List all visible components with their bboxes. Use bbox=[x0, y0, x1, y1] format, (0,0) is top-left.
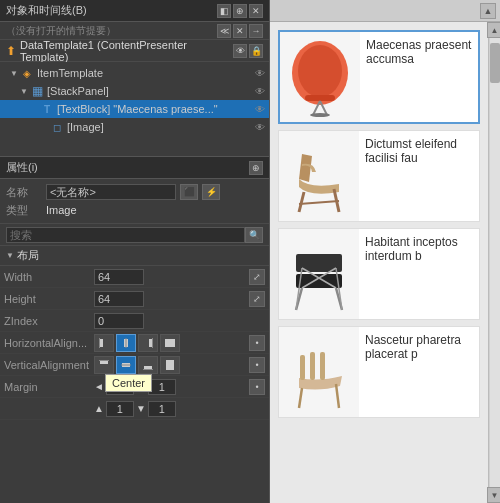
tree-icon-2: T bbox=[40, 102, 54, 116]
tree-item-2[interactable]: T [TextBlock] "Maecenas praese..." 👁 bbox=[0, 100, 269, 118]
name-btn2[interactable]: ⚡ bbox=[202, 184, 220, 200]
margin-top-arrow: ▲ bbox=[94, 403, 104, 414]
chair-svg-2 bbox=[284, 232, 354, 317]
title-bar: 对象和时间线(B) ◧ ⊕ ✕ bbox=[0, 0, 269, 22]
tree-label-0: ItemTemplate bbox=[37, 67, 103, 79]
width-expand-btn[interactable]: ⤢ bbox=[249, 269, 265, 285]
name-input[interactable] bbox=[46, 184, 176, 200]
svg-line-34 bbox=[299, 388, 302, 408]
valign-label: VerticalAlignment bbox=[4, 359, 94, 371]
collapse-btn[interactable]: ◧ bbox=[217, 4, 231, 18]
subtitle-controls: ≪ ✕ → bbox=[217, 24, 263, 38]
tree-eye-2[interactable]: 👁 bbox=[255, 104, 265, 115]
valign-btn-center[interactable] bbox=[116, 356, 136, 374]
properties-header: 属性(i) ⊕ bbox=[0, 157, 269, 179]
svg-rect-23 bbox=[296, 274, 342, 288]
layout-section-header[interactable]: ▼ 布局 bbox=[0, 246, 269, 266]
name-type-area: 名称 ⬛ ⚡ 类型 Image bbox=[0, 179, 269, 224]
svg-point-19 bbox=[310, 113, 330, 117]
height-label: Height bbox=[4, 293, 94, 305]
halign-row: HorizontalAlign... • bbox=[0, 332, 269, 354]
right-scroll-up-btn[interactable]: ▲ bbox=[480, 3, 496, 19]
halign-btn-center[interactable] bbox=[116, 334, 136, 352]
zindex-input[interactable] bbox=[94, 313, 144, 329]
tree-item-1[interactable]: ▼ ▦ [StackPanel] 👁 bbox=[0, 82, 269, 100]
card-text-0: Maecenas praesent accumsa bbox=[366, 38, 471, 66]
scrollbar-track[interactable] bbox=[490, 38, 500, 487]
name-label: 名称 bbox=[6, 185, 42, 200]
name-row: 名称 ⬛ ⚡ bbox=[6, 183, 263, 201]
margin-row: Margin ◄ ► • bbox=[0, 376, 269, 398]
card-text-area-0: Maecenas praesent accumsa bbox=[360, 32, 478, 72]
card-item-0[interactable]: Maecenas praesent accumsa bbox=[278, 30, 480, 124]
card-item-1[interactable]: Dictumst eleifend facilisi fau bbox=[278, 130, 480, 222]
tree-icon-1: ▦ bbox=[30, 84, 44, 98]
halign-btn-stretch[interactable] bbox=[160, 334, 180, 352]
halign-btn-right[interactable] bbox=[138, 334, 158, 352]
valign-expand-btn[interactable]: • bbox=[249, 357, 265, 373]
tree-eye-1[interactable]: 👁 bbox=[255, 86, 265, 97]
properties-title: 属性(i) bbox=[6, 160, 38, 175]
margin-expand-btn[interactable]: • bbox=[249, 379, 265, 395]
dt-lock-btn[interactable]: 🔒 bbox=[249, 44, 263, 58]
scroll-up-btn[interactable]: ▲ bbox=[487, 22, 501, 38]
valign-btn-bottom[interactable] bbox=[138, 356, 158, 374]
tree-icon-0: ◈ bbox=[20, 66, 34, 80]
subtitle-btn3[interactable]: → bbox=[249, 24, 263, 38]
pin-btn[interactable]: ⊕ bbox=[233, 4, 247, 18]
layout-triangle: ▼ bbox=[6, 251, 14, 260]
svg-rect-16 bbox=[305, 95, 335, 101]
subtitle-btn2[interactable]: ✕ bbox=[233, 24, 247, 38]
tree-item-3[interactable]: ◻ [Image] 👁 bbox=[0, 118, 269, 136]
card-item-2[interactable]: Habitant inceptos interdum b bbox=[278, 228, 480, 320]
svg-line-35 bbox=[336, 384, 339, 408]
halign-expand-btn[interactable]: • bbox=[249, 335, 265, 351]
card-text-3: Nascetur pharetra placerat p bbox=[365, 333, 461, 361]
search-input[interactable] bbox=[6, 227, 245, 243]
tree-eye-3[interactable]: 👁 bbox=[255, 122, 265, 133]
valign-btn-stretch[interactable] bbox=[160, 356, 180, 374]
type-label: 类型 bbox=[6, 203, 42, 218]
margin-top-input[interactable] bbox=[106, 401, 134, 417]
chair-svg-1 bbox=[284, 134, 354, 219]
props-pin-btn[interactable]: ⊕ bbox=[249, 161, 263, 175]
close-btn[interactable]: ✕ bbox=[249, 4, 263, 18]
height-value-area: ⤢ bbox=[94, 291, 265, 307]
card-image-area-0 bbox=[280, 32, 360, 122]
subtitle-text: （没有打开的情节提要） bbox=[6, 24, 116, 38]
subtitle-btn1[interactable]: ≪ bbox=[217, 24, 231, 38]
margin-right-arrow: ► bbox=[136, 381, 146, 392]
valign-row: VerticalAlignment • Center bbox=[0, 354, 269, 376]
right-panel: ▲ bbox=[270, 0, 500, 503]
tree-item-0[interactable]: ▼ ◈ ItemTemplate 👁 bbox=[0, 64, 269, 82]
svg-rect-10 bbox=[121, 364, 131, 365]
datatemplate-icon: ⬆ bbox=[6, 44, 16, 58]
height-expand-btn[interactable]: ⤢ bbox=[249, 291, 265, 307]
card-item-3[interactable]: Nascetur pharetra placerat p bbox=[278, 326, 480, 418]
valign-btn-top[interactable] bbox=[94, 356, 114, 374]
tree-eye-0[interactable]: 👁 bbox=[255, 68, 265, 79]
card-image-area-3 bbox=[279, 327, 359, 417]
svg-rect-33 bbox=[320, 352, 325, 380]
zindex-value-area bbox=[94, 313, 265, 329]
valign-value-area: • bbox=[94, 356, 265, 374]
subtitle-bar: （没有打开的情节提要） ≪ ✕ → bbox=[0, 22, 269, 40]
name-btn1[interactable]: ⬛ bbox=[180, 184, 198, 200]
margin-right-input[interactable] bbox=[148, 379, 176, 395]
dt-eye-btn[interactable]: 👁 bbox=[233, 44, 247, 58]
svg-rect-3 bbox=[126, 338, 127, 348]
card-image-area-1 bbox=[279, 131, 359, 221]
right-scrollbar: ▲ ▼ bbox=[488, 22, 500, 503]
halign-btn-left[interactable] bbox=[94, 334, 114, 352]
height-input[interactable] bbox=[94, 291, 144, 307]
properties-section: ▼ 布局 Width ⤢ Height ⤢ ZIndex bbox=[0, 246, 269, 503]
scroll-down-btn[interactable]: ▼ bbox=[487, 487, 501, 503]
margin-bottom-input[interactable] bbox=[148, 401, 176, 417]
right-area: Maecenas praesent accumsa bbox=[270, 22, 500, 503]
svg-rect-5 bbox=[152, 338, 153, 348]
tree-label-3: [Image] bbox=[67, 121, 104, 133]
margin-left-input[interactable] bbox=[106, 379, 134, 395]
width-input[interactable] bbox=[94, 269, 144, 285]
search-btn[interactable]: 🔍 bbox=[245, 227, 263, 243]
scrollbar-thumb[interactable] bbox=[490, 43, 500, 83]
